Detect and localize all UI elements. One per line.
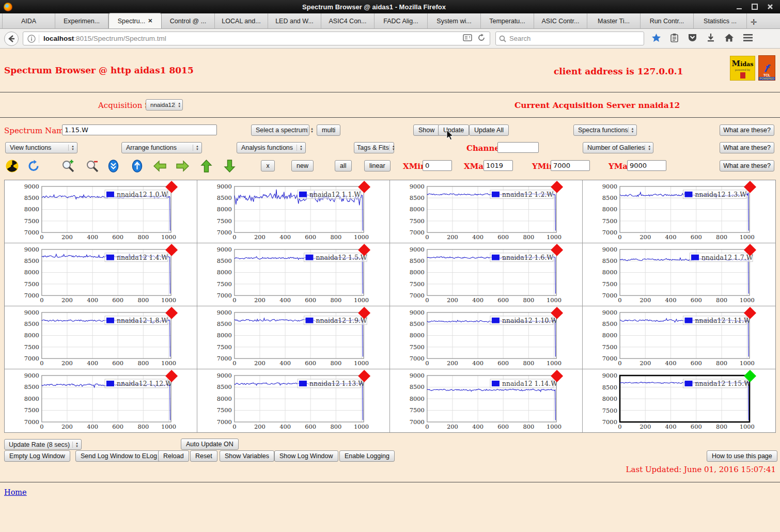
arrow-up-icon[interactable]	[199, 159, 213, 173]
spectrum-plot-nnaida12-1.0.W[interactable]: nnaida12 1.0.W90008500800075007000020040…	[5, 180, 197, 243]
zoom-out-icon[interactable]	[85, 159, 99, 173]
auto-update-button[interactable]: Auto Update ON	[181, 439, 239, 450]
legend-marker-icon	[305, 318, 313, 323]
maximize-button[interactable]	[751, 3, 758, 10]
reader-mode-icon[interactable]	[463, 34, 472, 43]
url-bar[interactable]: localhost:8015/Spectrum/Spectrum.tml	[23, 32, 490, 45]
home-icon[interactable]	[724, 33, 734, 44]
url-text[interactable]: localhost:8015/Spectrum/Spectrum.tml	[43, 35, 463, 42]
select-spectrum-dropdown[interactable]: Select a spectrum	[251, 124, 309, 136]
svg-text:7000: 7000	[24, 355, 39, 362]
reload-icon[interactable]	[477, 34, 486, 44]
new-tab-button[interactable]: ✛	[747, 16, 760, 28]
multi-button[interactable]: multi	[317, 124, 340, 136]
site-info-icon[interactable]	[26, 35, 39, 43]
all-button[interactable]: all	[335, 160, 352, 171]
tab-fadc[interactable]: FADC Alig...	[375, 13, 428, 28]
tab-system[interactable]: System wi...	[428, 13, 481, 28]
linear-button[interactable]: linear	[364, 160, 391, 171]
send-log-to-elog-button[interactable]: Send Log Window to ELog	[75, 450, 162, 462]
x-button[interactable]: x	[261, 160, 275, 171]
pocket-icon[interactable]	[688, 33, 697, 44]
ymax-input[interactable]	[627, 160, 666, 171]
xmin-input[interactable]	[423, 160, 452, 171]
enable-logging-button[interactable]: Enable Logging	[339, 450, 395, 462]
what-are-these-button-3[interactable]: What are these?	[720, 160, 774, 171]
search-box[interactable]	[495, 32, 644, 45]
xmax-input[interactable]	[483, 160, 513, 171]
tab-led[interactable]: LED and W...	[268, 13, 321, 28]
empty-log-window-button[interactable]: Empty Log Window	[4, 450, 70, 462]
spectrum-plot-nnaida12-1.15.W[interactable]: nnaida12 1.15.W9000850080007500700002004…	[583, 369, 775, 432]
bookmark-star-icon[interactable]	[651, 33, 661, 44]
tab-aida[interactable]: AIDA	[2, 13, 55, 28]
how-to-use-button[interactable]: How to use this page	[707, 450, 777, 462]
channel-input[interactable]	[497, 142, 539, 153]
close-tab-icon[interactable]: ✕	[148, 18, 152, 24]
view-functions-dropdown[interactable]: View functions	[5, 142, 77, 153]
spectrum-plot-nnaida12-1.8.W[interactable]: nnaida12 1.8.W90008500800075007000020040…	[5, 306, 197, 369]
tab-control[interactable]: Control @ ...	[162, 13, 215, 28]
download-icon[interactable]	[706, 33, 715, 44]
what-are-these-button-1[interactable]: What are these?	[720, 124, 774, 136]
tab-asic4[interactable]: ASIC4 Con...	[321, 13, 375, 28]
tab-master-timer[interactable]: Master Ti...	[587, 13, 641, 28]
arrow-left-icon[interactable]	[153, 159, 167, 173]
update-all-button[interactable]: Update All	[469, 124, 509, 136]
number-of-galleries-dropdown[interactable]: Number of Galleries	[583, 142, 653, 153]
spectrum-plot-nnaida12-1.12.W[interactable]: nnaida12 1.12.W9000850080007500700002004…	[5, 369, 197, 432]
acquisition-server-select[interactable]: nnaida12	[146, 99, 183, 111]
tab-asic-control[interactable]: ASIC Contr...	[534, 13, 587, 28]
tab-run-control[interactable]: Run Contr...	[641, 13, 694, 28]
spectrum-plot-nnaida12-1.13.W[interactable]: nnaida12 1.13.W9000850080007500700002004…	[197, 369, 390, 432]
arrange-functions-dropdown[interactable]: Arrange functions	[121, 142, 202, 153]
spectrum-plot-nnaida12-1.11.W[interactable]: nnaida12 1.11.W9000850080007500700002004…	[583, 306, 775, 369]
spectrum-plot-nnaida12-1.5.W[interactable]: nnaida12 1.5.W90008500800075007000020040…	[197, 243, 390, 306]
svg-text:8500: 8500	[410, 383, 425, 390]
spectrum-plot-nnaida12-1.4.W[interactable]: nnaida12 1.4.W90008500800075007000020040…	[5, 243, 197, 306]
spectra-functions-dropdown[interactable]: Spectra functions	[573, 124, 637, 136]
spectrum-name-input[interactable]	[62, 124, 217, 135]
minimize-button[interactable]	[736, 3, 743, 10]
search-input[interactable]	[509, 35, 641, 42]
arrow-down-icon[interactable]	[223, 159, 237, 173]
reload-button[interactable]: Reload	[158, 450, 189, 462]
show-log-window-button[interactable]: Show Log Window	[274, 450, 338, 462]
arrow-right-icon[interactable]	[176, 159, 190, 173]
radioactive-icon[interactable]	[5, 159, 19, 173]
analysis-functions-dropdown[interactable]: Analysis functions	[237, 142, 306, 153]
firefox-icon	[4, 3, 12, 11]
tags-fits-dropdown[interactable]: Tags & Fits	[354, 142, 394, 153]
spectrum-plot-nnaida12-1.3.W[interactable]: nnaida12 1.3.W90008500800075007000020040…	[583, 180, 775, 243]
spectrum-plot-nnaida12-1.10.W[interactable]: nnaida12 1.10.W9000850080007500700002004…	[390, 306, 583, 369]
tab-temperature[interactable]: Temperatu...	[481, 13, 534, 28]
show-button[interactable]: Show	[413, 124, 440, 136]
what-are-these-button-2[interactable]: What are these?	[720, 142, 774, 153]
spectrum-plot-nnaida12-1.9.W[interactable]: nnaida12 1.9.W90008500800075007000020040…	[197, 306, 390, 369]
show-variables-button[interactable]: Show Variables	[220, 450, 274, 462]
tab-spectrum-active[interactable]: Spectru...✕	[108, 13, 162, 28]
expand-vertical-icon[interactable]	[130, 159, 144, 173]
select-arrows-icon	[389, 145, 395, 151]
close-button[interactable]	[767, 3, 774, 10]
svg-text:7500: 7500	[410, 406, 425, 414]
bookmarks-menu-icon[interactable]	[670, 33, 679, 44]
tab-statistics[interactable]: Statistics ...	[694, 13, 747, 28]
tab-local[interactable]: LOCAL and...	[215, 13, 268, 28]
home-link[interactable]: Home	[4, 488, 27, 496]
back-button[interactable]	[4, 32, 19, 46]
update-rate-dropdown[interactable]: Update Rate (8 secs)	[4, 439, 82, 450]
menu-hamburger-icon[interactable]	[743, 34, 753, 44]
tab-experiment[interactable]: Experimen...	[55, 13, 108, 28]
reset-button[interactable]: Reset	[190, 450, 217, 462]
collapse-vertical-icon[interactable]	[106, 159, 120, 173]
spectrum-plot-nnaida12-1.6.W[interactable]: nnaida12 1.6.W90008500800075007000020040…	[390, 243, 583, 306]
new-button[interactable]: new	[291, 160, 314, 171]
spectrum-plot-nnaida12-1.14.W[interactable]: nnaida12 1.14.W9000850080007500700002004…	[390, 369, 583, 432]
spectrum-plot-nnaida12-1.7.W[interactable]: nnaida12 1.7.W90008500800075007000020040…	[583, 243, 775, 306]
spectrum-plot-nnaida12-1.1.W[interactable]: nnaida12 1.1.W90008500800075007000020040…	[197, 180, 390, 243]
spectrum-plot-nnaida12-1.2.W[interactable]: nnaida12 1.2.W90008500800075007000020040…	[390, 180, 583, 243]
ymin-input[interactable]	[551, 160, 590, 171]
zoom-in-icon[interactable]	[61, 159, 75, 173]
refresh-icon[interactable]	[27, 159, 41, 173]
